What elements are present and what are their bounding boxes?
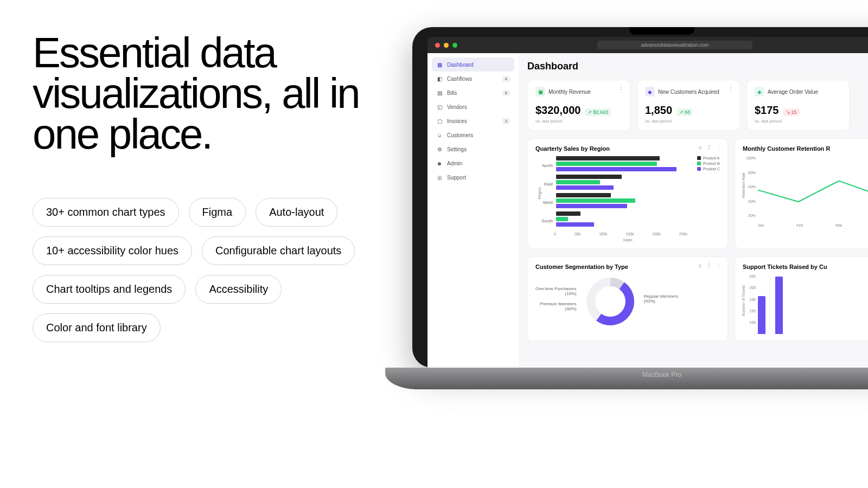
feature-pill: Auto-layout <box>256 198 337 227</box>
chart-legend: Product A Product B Product C <box>697 156 720 230</box>
y-axis-label: Region <box>535 187 541 199</box>
kpi-value: 1,850 <box>645 104 672 117</box>
bar-chart-plot <box>556 156 693 230</box>
browser-chrome: advanceddatavisualization.com <box>427 37 868 53</box>
sidebar-item-dashboard[interactable]: ▦Dashboard <box>432 57 514 72</box>
cart-icon: ◈ <box>755 87 764 97</box>
sidebar-item-bills[interactable]: ▤Bills8 <box>432 86 514 100</box>
more-icon[interactable]: ⋮ <box>618 86 624 93</box>
kpi-card-revenue: ⋮ ▣Monthly Revenue $320,000↗ $2,643 vs. … <box>527 80 630 131</box>
kpi-value: $320,000 <box>535 104 580 117</box>
file-icon: ▢ <box>436 118 443 124</box>
feature-pill: Color and font library <box>33 313 161 342</box>
customers-icon: ◆ <box>645 87 655 97</box>
list-icon[interactable]: ≡ <box>699 144 702 151</box>
hero-headline: Essential data visualizations, all in on… <box>33 33 380 155</box>
gear-icon: ⚙ <box>436 146 443 152</box>
laptop-base: MacBook Pro <box>385 368 868 389</box>
sidebar-item-vendors[interactable]: ◱Vendors <box>432 100 514 114</box>
kpi-subtext: vs. last period <box>645 119 732 124</box>
card-tickets: Support Tickets Raised by Cu 25020018015… <box>735 256 868 341</box>
card-retention: Monthly Customer Retention R 100%80%60%4… <box>735 138 868 249</box>
card-title: Monthly Customer Retention R <box>743 145 868 152</box>
revenue-icon: ▣ <box>535 87 545 97</box>
slice-label: Regular Members(50%) <box>644 294 679 304</box>
sidebar-item-invoices[interactable]: ▢Invoices3 <box>432 114 514 128</box>
shield-icon: ☻ <box>436 160 443 166</box>
bar-chart-plot <box>758 274 868 334</box>
share-icon[interactable]: ⤴ <box>707 262 711 269</box>
count-badge: 4 <box>502 76 510 82</box>
feature-pill: Chart tooltips and legends <box>33 275 186 304</box>
slice-label: One-time Purchasers(10%) <box>535 286 577 296</box>
card-segmentation: ≡⤴⋮ Customer Segmentation by Type One-ti… <box>527 256 728 341</box>
truck-icon: ◱ <box>436 104 443 110</box>
sidebar-item-admin[interactable]: ☻Admin <box>432 156 514 170</box>
feature-pill: Configurable chart layouts <box>202 236 355 265</box>
kpi-subtext: vs. last period <box>535 119 622 124</box>
address-bar[interactable]: advanceddatavisualization.com <box>597 41 752 49</box>
sidebar-item-customers[interactable]: ☺Customers <box>432 128 514 142</box>
kpi-card-aov: ◈Average Order Value $175↘ 15 vs. last p… <box>746 80 850 131</box>
slice-label: Premium Members(40%) <box>535 301 577 311</box>
more-icon[interactable]: ⋮ <box>727 86 734 93</box>
traffic-zoom-icon[interactable] <box>452 43 457 48</box>
feature-pill: Accessibility <box>195 275 282 304</box>
trend-up-badge: ↗ 68 <box>676 108 693 116</box>
more-icon[interactable]: ⋮ <box>716 262 722 269</box>
y-axis-label: Retention Rate <box>739 172 745 198</box>
count-badge: 3 <box>502 118 510 124</box>
card-title: Support Tickets Raised by Cu <box>743 264 868 270</box>
card-quarterly-sales: ≡⤴⋮ Quarterly Sales by Region Region Nor… <box>527 138 728 249</box>
y-axis-label: Number of Tickets <box>739 285 745 316</box>
count-badge: 8 <box>502 90 510 96</box>
more-icon[interactable]: ⋮ <box>716 144 722 151</box>
card-title: Quarterly Sales by Region <box>535 145 720 152</box>
users-icon: ☺ <box>436 132 443 138</box>
laptop-notch <box>629 27 694 35</box>
share-icon[interactable]: ⤴ <box>707 144 711 151</box>
page-title: Dashboard <box>527 61 578 72</box>
wallet-icon: ◧ <box>436 75 443 82</box>
feature-pill: 30+ common chart types <box>33 198 179 227</box>
traffic-close-icon[interactable] <box>435 43 440 48</box>
trend-down-badge: ↘ 15 <box>783 108 800 116</box>
x-axis-label: Sales <box>535 238 720 242</box>
receipt-icon: ▤ <box>436 89 443 96</box>
sidebar-item-settings[interactable]: ⚙Settings <box>432 142 514 156</box>
feature-pill: Figma <box>189 198 246 227</box>
line-chart-plot <box>758 156 868 221</box>
sidebar-item-cashflows[interactable]: ◧Cashflows4 <box>432 72 514 86</box>
feature-pill: 10+ accessibility color hues <box>33 236 192 265</box>
trend-up-badge: ↗ $2,643 <box>585 108 611 116</box>
sidebar: ▦Dashboard ◧Cashflows4 ▤Bills8 ◱Vendors … <box>427 53 519 368</box>
donut-chart <box>583 274 637 329</box>
lifebuoy-icon: ◎ <box>436 174 443 181</box>
feature-pill-list: 30+ common chart types Figma Auto-layout… <box>33 198 369 342</box>
traffic-minimize-icon[interactable] <box>444 43 449 48</box>
grid-icon: ▦ <box>436 61 443 68</box>
kpi-card-customers: ⋮ ◆New Customers Acquired 1,850↗ 68 vs. … <box>637 80 740 131</box>
kpi-subtext: vs. last period <box>755 119 841 124</box>
list-icon[interactable]: ≡ <box>699 262 702 269</box>
laptop-mockup: advanceddatavisualization.com ▦Dashboard… <box>336 27 868 389</box>
sidebar-item-support[interactable]: ◎Support <box>432 170 514 184</box>
kpi-value: $175 <box>755 104 779 117</box>
card-title: Customer Segmentation by Type <box>535 264 720 270</box>
